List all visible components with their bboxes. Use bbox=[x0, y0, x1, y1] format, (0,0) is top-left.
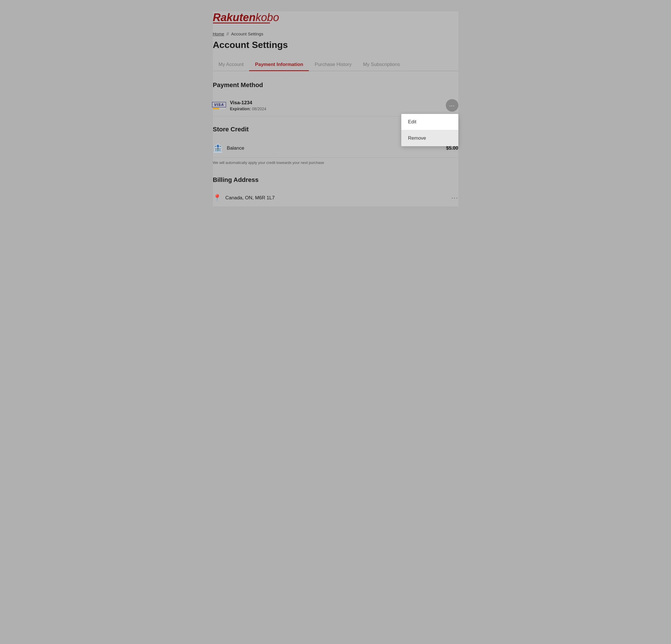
address-more-button[interactable]: ··· bbox=[451, 194, 458, 202]
card-name: Visa-1234 bbox=[230, 100, 267, 106]
payment-method-section: Payment Method VISA Visa-1234 Expiration… bbox=[213, 82, 458, 116]
breadcrumb: Home // Account Settings bbox=[213, 32, 458, 36]
payment-card-row: VISA Visa-1234 Expiration: 08/2024 ··· bbox=[213, 95, 458, 116]
logo: Rakutenkobo bbox=[213, 11, 458, 23]
logo-kobo: kobo bbox=[255, 11, 279, 23]
store-credit-note: We will automatically apply your credit … bbox=[213, 161, 458, 167]
expiry-label: Expiration: bbox=[230, 107, 251, 111]
billing-address-row: 📍 Canada, ON, M6R 1L7 ··· bbox=[213, 189, 458, 207]
address-text: Canada, ON, M6R 1L7 bbox=[226, 195, 275, 201]
store-credit-left: 🏦 Balance bbox=[213, 144, 244, 153]
logo-rakuten: Rakuten bbox=[213, 11, 256, 23]
breadcrumb-separator: // bbox=[227, 32, 229, 36]
tab-purchase-history[interactable]: Purchase History bbox=[309, 58, 357, 71]
breadcrumb-current: Account Settings bbox=[231, 32, 263, 36]
visa-text: VISA bbox=[212, 102, 226, 107]
page-title: Account Settings bbox=[213, 40, 458, 50]
visa-stripe bbox=[213, 108, 226, 109]
tab-my-subscriptions[interactable]: My Subscriptions bbox=[357, 58, 406, 71]
tab-payment-information[interactable]: Payment Information bbox=[249, 58, 309, 71]
billing-address-section: Billing Address 📍 Canada, ON, M6R 1L7 ··… bbox=[213, 176, 458, 207]
card-expiry: Expiration: 08/2024 bbox=[230, 107, 267, 111]
tab-my-account[interactable]: My Account bbox=[213, 58, 250, 71]
remove-card-button[interactable]: Remove bbox=[401, 130, 458, 146]
payment-method-title: Payment Method bbox=[213, 82, 458, 89]
edit-card-button[interactable]: Edit bbox=[401, 114, 458, 130]
ellipsis-icon: ··· bbox=[449, 102, 455, 109]
payment-card-info: VISA Visa-1234 Expiration: 08/2024 bbox=[213, 100, 267, 111]
piggy-bank-icon: 🏦 bbox=[213, 144, 223, 153]
breadcrumb-home[interactable]: Home bbox=[213, 32, 224, 36]
expiry-value: 08/2024 bbox=[252, 107, 267, 111]
balance-label: Balance bbox=[227, 145, 244, 151]
billing-address-left: 📍 Canada, ON, M6R 1L7 bbox=[213, 194, 275, 202]
visa-logo: VISA bbox=[213, 102, 226, 109]
card-details: Visa-1234 Expiration: 08/2024 bbox=[230, 100, 267, 111]
card-dropdown-menu: Edit Remove bbox=[401, 114, 458, 146]
billing-address-title: Billing Address bbox=[213, 176, 458, 184]
tabs-nav: My Account Payment Information Purchase … bbox=[213, 58, 458, 71]
location-pin-icon: 📍 bbox=[213, 194, 221, 202]
card-options-container: ··· Edit Remove bbox=[446, 99, 458, 112]
card-more-button[interactable]: ··· bbox=[446, 99, 458, 112]
